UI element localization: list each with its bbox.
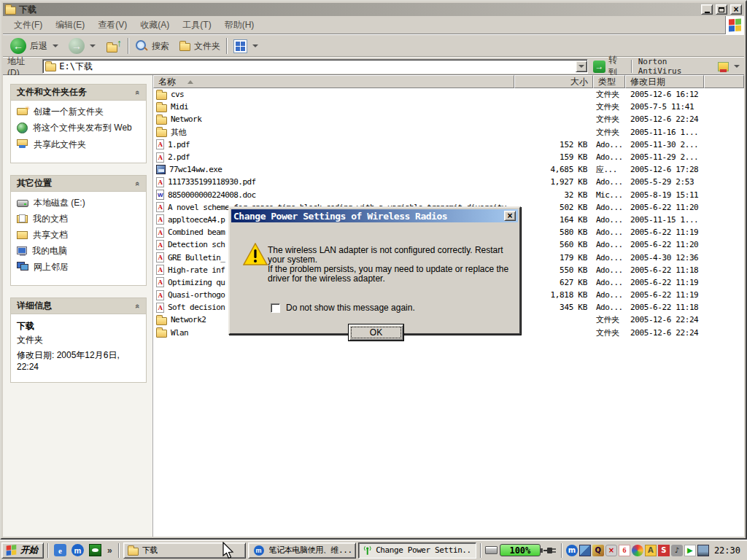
place-link[interactable]: 我的电脑	[17, 246, 142, 256]
file-date: 2005-8-19 15:11	[625, 190, 704, 200]
netmon-icon[interactable]	[579, 545, 591, 556]
file-row[interactable]: Midi 文件夹 2005-7-5 11:41	[153, 101, 744, 113]
pdf-icon	[156, 152, 164, 163]
pdf-icon	[156, 240, 164, 250]
norton-dropdown-icon[interactable]	[734, 65, 740, 68]
dont-show-again-checkbox[interactable]	[271, 303, 280, 313]
flashget-icon[interactable]: 6	[619, 545, 630, 556]
swirl-icon[interactable]	[632, 545, 643, 556]
maxthon-icon[interactable]: m	[566, 545, 578, 556]
dialog-close-button[interactable]: ×	[504, 211, 516, 221]
collapse-chevron-icon[interactable]: «	[133, 90, 142, 94]
column-header-date[interactable]: 修改日期	[625, 75, 704, 88]
folders-button[interactable]: 文件夹	[175, 39, 225, 54]
menu-item[interactable]: 文件(F)	[7, 17, 49, 34]
netconn-icon[interactable]	[697, 545, 709, 556]
up-button[interactable]: ↑	[101, 38, 126, 54]
menu-item[interactable]: 工具(T)	[176, 17, 217, 34]
place-link[interactable]: 本地磁盘 (E:)	[17, 198, 142, 208]
place-link[interactable]: 我的文档	[17, 214, 142, 224]
pdf-icon	[156, 290, 164, 300]
disk-icon	[17, 200, 28, 207]
address-dropdown-button[interactable]	[576, 61, 587, 72]
place-link[interactable]: 网上邻居	[17, 262, 142, 272]
panel-details-header[interactable]: 详细信息 «	[11, 298, 146, 314]
file-row[interactable]: 2.pdf 159 KB Ado... 2005-11-29 2...	[153, 151, 744, 163]
quicklaunch-viewer-icon[interactable]	[89, 544, 101, 556]
file-row[interactable]: 其他 文件夹 2005-11-16 1...	[153, 126, 744, 139]
task-link[interactable]: 共享此文件夹	[17, 139, 142, 149]
mouse-off-icon[interactable]: ×	[605, 545, 617, 556]
views-button[interactable]	[229, 38, 263, 55]
file-row[interactable]: 1117335199118930.pdf 1,927 KB Ado... 200…	[153, 176, 744, 188]
task-link[interactable]: 创建一个新文件夹	[17, 106, 142, 117]
dialog-title: Change Power Settings of Wireless Radios	[233, 211, 504, 222]
place-link[interactable]: 共享文档	[17, 230, 142, 240]
column-header-size[interactable]: 大小	[514, 75, 593, 88]
task-link[interactable]: 将这个文件夹发布到 Web	[17, 122, 142, 133]
audio-icon[interactable]: ♪	[671, 545, 683, 556]
desktop-screen: 下载 × 文件(F)编辑(E)查看(V)收藏(A)工具(T)帮助(H) ← 后退…	[0, 0, 747, 560]
back-button[interactable]: ← 后退	[6, 36, 63, 55]
keyboard-icon[interactable]	[485, 546, 498, 554]
collapse-chevron-icon[interactable]: «	[133, 303, 142, 308]
menu-item[interactable]: 查看(V)	[91, 17, 133, 34]
panel-file-tasks-header[interactable]: 文件和文件夹任务 «	[11, 85, 146, 101]
quicklaunch-overflow-chevron[interactable]: »	[107, 545, 112, 556]
taskbar-item-notebook-doc[interactable]: m 笔记本电脑使用、维...	[248, 542, 356, 559]
player-icon[interactable]: ▶	[684, 545, 696, 556]
start-button[interactable]: 开始	[1, 542, 44, 559]
ime-icon[interactable]: A	[645, 545, 657, 556]
search-button[interactable]: 搜索	[131, 38, 174, 54]
sync-icon[interactable]: S	[658, 545, 670, 556]
quicklaunch-maxthon-icon[interactable]: m	[71, 544, 84, 556]
viewer-icon[interactable]: Q	[592, 545, 604, 556]
minimize-button[interactable]	[701, 4, 713, 15]
folder-icon	[156, 104, 167, 112]
mycomputer-icon	[17, 246, 27, 254]
menu-item[interactable]: 帮助(H)	[218, 17, 261, 34]
address-input[interactable]: E:\下载	[42, 59, 588, 74]
menu-item[interactable]: 编辑(E)	[49, 17, 91, 34]
file-date: 2005-11-29 2...	[625, 152, 704, 162]
warning-icon	[243, 243, 268, 265]
restore-icon	[719, 7, 724, 12]
dialog-titlebar[interactable]: Change Power Settings of Wireless Radios…	[231, 209, 518, 222]
panel-other-places-header[interactable]: 其它位置 «	[11, 176, 146, 192]
file-row[interactable]: 1.pdf 152 KB Ado... 2005-11-30 2...	[153, 139, 744, 151]
menu-item[interactable]: 收藏(A)	[133, 17, 176, 34]
collapse-chevron-icon[interactable]: «	[133, 181, 142, 185]
panel-title: 文件和文件夹任务	[17, 86, 87, 98]
file-name: 其他	[171, 127, 186, 138]
file-name: GRE Bulletin_	[168, 253, 225, 262]
file-date: 2005-6-22 11:20	[625, 240, 704, 249]
column-header-name[interactable]: 名称	[153, 75, 514, 88]
file-row[interactable]: 77wc14ww.exe 4,685 KB 应... 2005-12-6 17:…	[153, 163, 744, 176]
power-plug-icon[interactable]	[543, 546, 557, 555]
back-dropdown-icon[interactable]	[53, 44, 58, 47]
file-row[interactable]: Network 文件夹 2005-12-6 22:24	[153, 113, 744, 125]
window-titlebar[interactable]: 下载 ×	[3, 3, 744, 16]
forward-button[interactable]: →	[64, 36, 100, 55]
close-button[interactable]: ×	[730, 4, 742, 15]
quicklaunch-mail-icon[interactable]: e	[54, 544, 66, 556]
file-row[interactable]: cvs 文件夹 2005-12-6 16:12	[153, 88, 744, 101]
taskbar-item-downloads[interactable]: 下载	[123, 542, 246, 559]
file-type: 文件夹	[593, 127, 625, 138]
file-row[interactable]: 8850000000224008.doc 32 KB Mic... 2005-8…	[153, 189, 744, 201]
file-type: Mic...	[593, 190, 625, 200]
pdf-icon	[156, 252, 164, 262]
ok-button[interactable]: OK	[349, 324, 403, 341]
norton-antivirus-menu[interactable]: Norton AntiVirus	[635, 57, 743, 76]
views-dropdown-icon[interactable]	[252, 44, 258, 47]
restore-button[interactable]	[716, 4, 727, 15]
taskbar-item-change-power[interactable]: Change Power Settin...	[358, 542, 476, 559]
file-type: 文件夹	[593, 101, 625, 112]
file-type: Ado...	[593, 253, 625, 262]
dialog-message-line1: The wireless LAN adapter is not configur…	[268, 246, 516, 265]
column-header-type[interactable]: 类型	[593, 75, 625, 88]
file-date: 2005-5-29 2:53	[625, 177, 704, 187]
forward-dropdown-icon[interactable]	[90, 44, 96, 47]
battery-indicator[interactable]: 100%	[500, 544, 541, 556]
file-size: 560 KB	[514, 240, 593, 249]
